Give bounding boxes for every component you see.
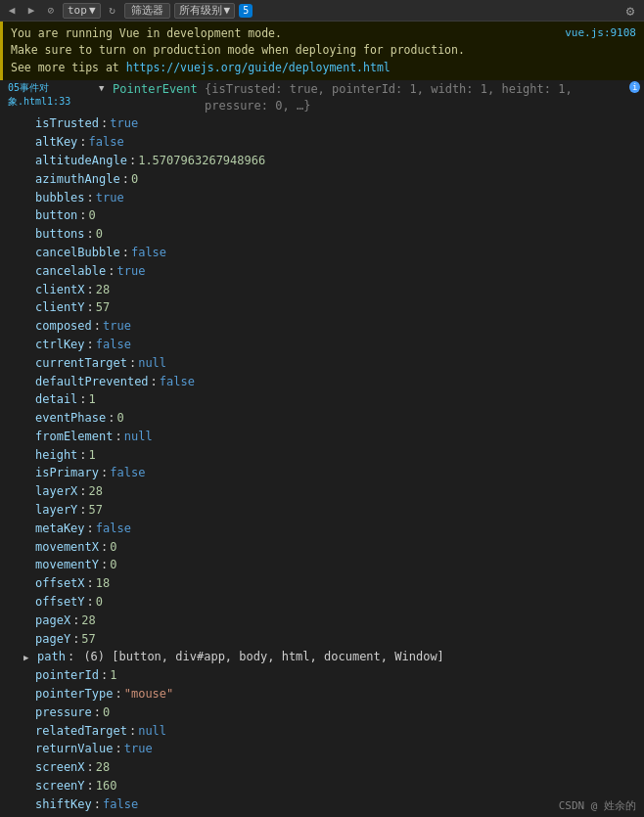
forward-icon[interactable]: ▶ [23,3,39,19]
prop-isPrimary: isPrimary: false [0,464,644,482]
vue-warning: vue.js:9108 You are running Vue in devel… [0,22,644,80]
prop-button: button: 0 [0,206,644,225]
obj-type-label: PointerEvent [113,81,198,98]
prop-bubbles: bubbles: true [0,189,644,207]
warning-line3: See more tips at [11,61,126,74]
prop-pointerId: pointerId: 1 [0,666,644,685]
prop-path[interactable]: path: (6) [button, div#app, body, html, … [0,648,644,666]
filter-button[interactable]: 筛选器 [124,3,170,19]
block-icon[interactable]: ⊘ [43,3,59,19]
warning-line1: You are running Vue in development mode. [11,26,282,40]
attribution: CSDN @ 姓余的 [559,798,636,813]
prop-altitudeAngle: altitudeAngle: 1.5707963267948966 [0,152,644,170]
prop-fromElement: fromElement: null [0,428,644,446]
filter-label: 筛选器 [131,3,163,18]
prop-movementX: movementX: 0 [0,538,644,557]
prop-offsetX: offsetX: 18 [0,574,644,593]
devtools-toolbar: ◀ ▶ ⊘ top ▼ ↻ 筛选器 所有级别 ▼ 5 ⚙ [0,0,644,22]
back-icon[interactable]: ◀ [4,3,20,19]
properties-list: isTrusted: true altKey: false altitudeAn… [0,114,644,648]
category-dropdown[interactable]: 所有级别 ▼ [174,3,236,19]
prop-ctrlKey: ctrlKey: false [0,336,644,354]
prop-pageY: pageY: 57 [0,630,644,649]
path-triangle [23,652,35,664]
info-icon: i [629,81,640,93]
error-badge: 5 [239,4,253,18]
prop-composed: composed: true [0,317,644,336]
prop-cancelBubble: cancelBubble: false [0,244,644,262]
prop-isTrusted: isTrusted: true [0,114,644,133]
path-value: (6) [button, div#app, body, html, docume… [83,650,443,663]
prop-buttons: buttons: 0 [0,225,644,244]
prop-returnValue: returnValue: true [0,740,644,758]
prop-screenX: screenX: 28 [0,758,644,777]
pointer-event-header[interactable]: 05事件对象.html1:33 PointerEvent {isTrusted:… [0,80,644,115]
settings-icon[interactable]: ⚙ [621,1,640,21]
prop-clientY: clientY: 57 [0,298,644,317]
prop-movementY: movementY: 0 [0,556,644,574]
context-label: top [68,4,87,17]
refresh-icon[interactable]: ↻ [105,3,120,19]
vue-source-link[interactable]: vue.js:9108 [565,25,636,42]
category-label: 所有级别 [179,3,222,18]
prop-relatedTarget: relatedTarget: null [0,722,644,741]
console-output[interactable]: vue.js:9108 You are running Vue in devel… [0,22,644,817]
context-dropdown[interactable]: top ▼ [63,3,101,19]
prop-pointerType: pointerType: "mouse" [0,685,644,704]
deployment-link[interactable]: https://vuejs.org/guide/deployment.html [126,61,391,74]
prop-pressure: pressure: 0 [0,704,644,722]
prop-detail: detail: 1 [0,390,644,409]
prop-cancelable: cancelable: true [0,262,644,281]
expand-triangle [99,82,111,95]
properties-list-2: pointerId: 1 pointerType: "mouse" pressu… [0,666,644,813]
warning-line2: Make sure to turn on production mode whe… [11,43,465,57]
prop-sourceCapabilities[interactable]: sourceCapabilities: InputDeviceCapabilit… [0,814,644,817]
prop-pageX: pageX: 28 [0,612,644,630]
prop-metaKey: metaKey: false [0,520,644,538]
prop-layerY: layerY: 57 [0,501,644,520]
prop-offsetY: offsetY: 0 [0,593,644,612]
prop-azimuthAngle: azimuthAngle: 0 [0,170,644,189]
prop-eventPhase: eventPhase: 0 [0,409,644,428]
prop-height: height: 1 [0,446,644,465]
obj-source-link[interactable]: 05事件对象.html1:33 [8,81,99,109]
prop-altKey: altKey: false [0,133,644,152]
chevron-down-icon: ▼ [89,4,96,17]
prop-defaultPrevented: defaultPrevented: false [0,373,644,391]
prop-currentTarget: currentTarget: null [0,354,644,373]
prop-clientX: clientX: 28 [0,281,644,299]
obj-preview: {isTrusted: true, pointerId: 1, width: 1… [205,81,625,114]
prop-shiftKey: shiftKey: false [0,795,644,814]
prop-screenY: screenY: 160 [0,777,644,795]
prop-layerX: layerX: 28 [0,482,644,501]
chevron-down-icon: ▼ [224,4,231,17]
